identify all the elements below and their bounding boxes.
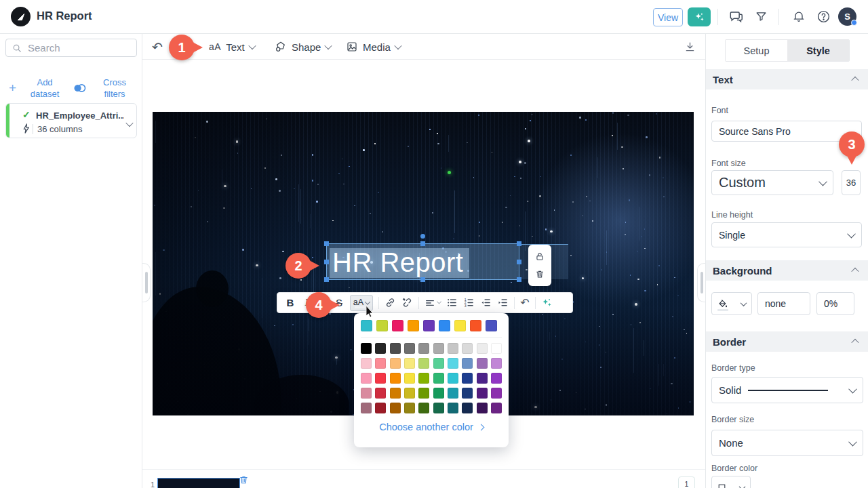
numbered-list-button[interactable]: 123 — [463, 297, 475, 308]
color-swatch[interactable] — [486, 320, 497, 331]
undo-format-button[interactable]: ↶ — [520, 296, 530, 309]
tab-setup[interactable]: Setup — [726, 40, 787, 61]
font-size-mode-select[interactable]: Custom — [711, 170, 833, 195]
insert-media-menu[interactable]: Media — [346, 34, 401, 60]
color-swatch[interactable] — [418, 343, 429, 354]
notifications-bell-icon[interactable] — [792, 9, 806, 24]
color-swatch[interactable] — [448, 343, 458, 354]
bullet-list-button[interactable] — [446, 297, 458, 308]
color-swatch[interactable] — [361, 343, 372, 354]
color-swatch[interactable] — [418, 358, 429, 369]
sidebar-collapse-handle[interactable] — [142, 263, 151, 302]
color-swatch[interactable] — [462, 403, 473, 413]
color-swatch[interactable] — [448, 388, 458, 399]
color-swatch[interactable] — [361, 403, 372, 413]
color-swatch[interactable] — [404, 373, 415, 384]
chevron-down-icon[interactable] — [127, 117, 132, 129]
color-swatch[interactable] — [361, 388, 372, 399]
unlink-button[interactable] — [401, 297, 413, 308]
selection-handle-s[interactable] — [420, 277, 425, 282]
border-type-select[interactable]: Solid — [711, 377, 863, 403]
selection-handle-w[interactable] — [324, 260, 329, 264]
tab-style[interactable]: Style — [787, 40, 849, 61]
color-swatch[interactable] — [491, 343, 502, 354]
color-swatch[interactable] — [361, 373, 372, 384]
color-swatch[interactable] — [390, 358, 401, 369]
color-swatch[interactable] — [390, 343, 401, 354]
color-swatch[interactable] — [433, 373, 444, 384]
add-dataset-button[interactable]: Add dataset — [26, 77, 64, 100]
app-logo-icon[interactable] — [11, 7, 31, 26]
color-swatch[interactable] — [462, 373, 473, 384]
font-size-value-input[interactable]: 36 — [842, 170, 861, 195]
choose-another-color-link[interactable]: Choose another color — [361, 422, 502, 432]
color-swatch[interactable] — [375, 343, 386, 354]
color-swatch[interactable] — [477, 388, 488, 399]
background-fill-value-input[interactable]: none — [757, 292, 810, 315]
insert-shape-menu[interactable]: Shape — [275, 34, 331, 60]
color-swatch[interactable] — [404, 358, 415, 369]
insert-text-menu[interactable]: aA Text — [209, 34, 255, 60]
selection-handle-se[interactable] — [517, 277, 521, 282]
search-input[interactable] — [28, 42, 123, 54]
background-fill-button[interactable] — [711, 292, 752, 315]
indent-button[interactable] — [497, 297, 509, 308]
color-swatch[interactable] — [390, 373, 401, 384]
color-swatch[interactable] — [470, 320, 481, 331]
color-swatch[interactable] — [433, 388, 444, 399]
view-button[interactable]: View — [653, 8, 683, 26]
color-swatch[interactable] — [433, 358, 444, 369]
color-swatch[interactable] — [433, 403, 444, 413]
color-swatch[interactable] — [462, 343, 473, 354]
color-swatch[interactable] — [361, 320, 372, 331]
rotate-handle[interactable] — [420, 234, 425, 239]
selection-handle-sw[interactable] — [324, 277, 329, 282]
color-swatch[interactable] — [477, 403, 488, 413]
color-swatch[interactable] — [375, 373, 386, 384]
color-swatch[interactable] — [390, 388, 401, 399]
color-swatch[interactable] — [433, 343, 444, 354]
delete-page-button[interactable] — [239, 474, 249, 485]
color-swatch[interactable] — [477, 343, 488, 354]
ai-sparkle-button[interactable] — [541, 297, 553, 308]
color-swatch[interactable] — [477, 373, 488, 384]
color-swatch[interactable] — [392, 320, 403, 331]
color-swatch[interactable] — [404, 388, 415, 399]
color-swatch[interactable] — [491, 373, 502, 384]
color-swatch[interactable] — [361, 358, 372, 369]
color-swatch[interactable] — [404, 403, 415, 413]
color-swatch[interactable] — [423, 320, 435, 331]
help-icon[interactable] — [816, 9, 831, 24]
color-swatch[interactable] — [462, 358, 473, 369]
dataset-card[interactable]: ✓ HR_Employee_Attri... 36 columns — [5, 103, 137, 138]
download-button[interactable] — [684, 34, 696, 60]
color-swatch[interactable] — [390, 403, 401, 413]
schema-bolt-icon[interactable] — [22, 123, 31, 134]
color-swatch[interactable] — [418, 388, 429, 399]
color-swatch[interactable] — [477, 358, 488, 369]
section-text-header[interactable]: Text — [706, 69, 868, 89]
filter-icon[interactable] — [755, 10, 768, 23]
undo-button[interactable]: ↶ — [152, 34, 163, 60]
selection-handle-nw[interactable] — [324, 241, 329, 246]
color-swatch[interactable] — [439, 320, 450, 331]
panel-collapse-handle[interactable] — [697, 263, 705, 302]
color-swatch[interactable] — [448, 403, 458, 413]
color-swatch[interactable] — [448, 358, 458, 369]
comments-icon[interactable] — [729, 9, 744, 24]
lock-icon[interactable] — [535, 251, 545, 262]
search-box[interactable] — [5, 39, 137, 57]
color-swatch[interactable] — [375, 403, 386, 413]
link-button[interactable] — [384, 297, 396, 308]
page-indicator[interactable]: 1 — [678, 476, 695, 488]
bold-button[interactable]: B — [285, 297, 296, 308]
align-button[interactable] — [425, 298, 441, 308]
color-swatch[interactable] — [376, 320, 388, 331]
color-swatch[interactable] — [404, 343, 415, 354]
selection-handle-ne[interactable] — [517, 241, 521, 246]
line-height-select[interactable]: Single — [711, 222, 862, 247]
border-color-button[interactable] — [711, 476, 751, 488]
color-swatch[interactable] — [375, 388, 386, 399]
section-background-header[interactable]: Background — [706, 260, 868, 281]
color-swatch[interactable] — [491, 403, 502, 413]
